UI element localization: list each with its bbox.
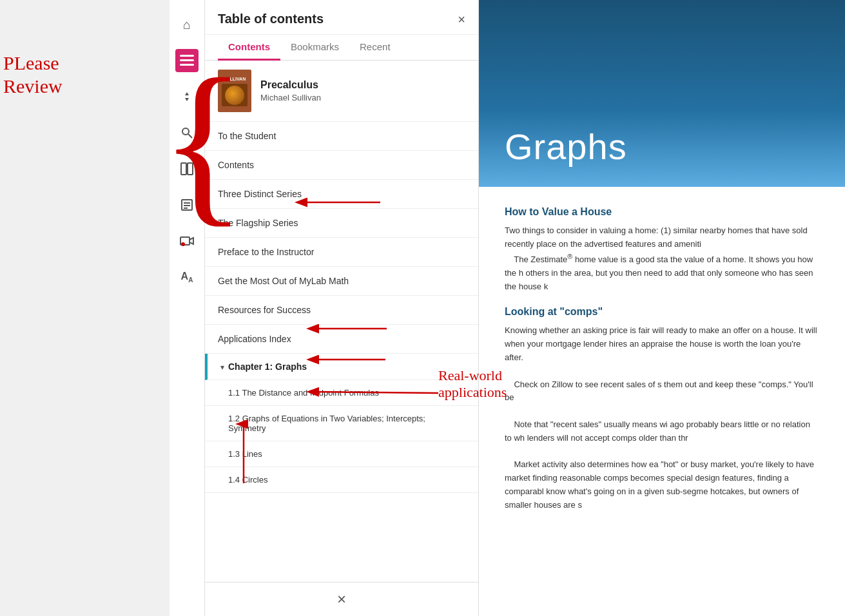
svg-point-12 [182,243,184,245]
book-cover-image: SULLIVAN [218,70,251,112]
book-info: SULLIVAN Precalculus Michael Sullivan [205,61,478,122]
svg-rect-5 [181,163,186,175]
please-review-annotation: PLeaseReview [3,52,63,98]
toc-item-three-distinct[interactable]: Three Distinct Series [205,180,478,209]
toc-item-preface[interactable]: Preface to the Instructor [205,238,478,267]
toc-item-contents[interactable]: Contents [205,151,478,180]
toc-item-to-student[interactable]: To the Student [205,122,478,151]
page-content: How to Value a House Two things to consi… [479,187,845,544]
chapter-title: Graphs [505,126,627,168]
navigate-icon[interactable] [175,85,199,108]
toc-title: Table of contents [218,12,324,26]
article-title-2: Looking at "comps" [505,306,819,318]
layout-icon[interactable] [175,157,199,180]
toc-bottom-close-button[interactable]: × [337,592,346,607]
book-author: Michael Sullivan [260,93,321,102]
book-title: Precalculus [260,79,321,91]
toc-tabs: Contents Bookmarks Recent [205,35,478,61]
article-body-2: Knowing whether an asking price is fair … [505,324,819,512]
chapter-1-label: Chapter 1: Graphs [228,361,307,372]
article-body-1: Two things to consider in valuing a home… [505,224,819,293]
toc-bottom-bar: × [205,582,478,616]
search-icon[interactable] [175,121,199,144]
video-icon[interactable] [175,229,199,253]
svg-rect-2 [180,64,194,66]
toc-list[interactable]: To the Student Contents Three Distinct S… [205,122,478,582]
toc-item-applications[interactable]: Applications Index [205,325,478,354]
notes-icon[interactable] [175,193,199,217]
svg-rect-1 [180,59,194,61]
tab-recent[interactable]: Recent [349,35,401,61]
svg-rect-6 [188,163,193,175]
main-content: Graphs How to Value a House Two things t… [479,0,845,616]
tab-contents[interactable]: Contents [218,35,280,61]
toc-close-button[interactable]: × [458,13,465,26]
toc-icon[interactable] [175,49,199,72]
font-icon[interactable]: AA [175,265,199,289]
toc-panel: Table of contents × Contents Bookmarks R… [205,0,479,616]
svg-point-3 [182,128,189,135]
toc-item-mylab[interactable]: Get the Most Out of MyLab Math [205,267,478,296]
toc-header: Table of contents × [205,0,478,35]
svg-line-4 [188,134,192,138]
section-1-4[interactable]: 1.4 Circles [205,467,478,493]
chapter-1-item[interactable]: ▾ Chapter 1: Graphs [205,354,478,380]
sidebar: ⌂ [170,0,205,616]
toc-item-flagship[interactable]: The Flagship Series [205,209,478,238]
chapter-header: Graphs [479,0,845,187]
section-1-2[interactable]: 1.2 Graphs of Equations in Two Variables… [205,406,478,441]
book-meta: Precalculus Michael Sullivan [260,79,321,102]
book-page: Graphs How to Value a House Two things t… [479,0,845,616]
chapter-toggle-icon: ▾ [220,363,224,372]
section-1-3[interactable]: 1.3 Lines [205,441,478,467]
tab-bookmarks[interactable]: Bookmarks [280,35,349,61]
article-title-1: How to Value a House [505,206,819,218]
svg-rect-0 [180,55,194,57]
toc-item-resources[interactable]: Resources for Success [205,296,478,325]
home-icon[interactable]: ⌂ [175,13,199,36]
section-1-1[interactable]: 1.1 The Distance and Midpoint Formulas [205,380,478,406]
